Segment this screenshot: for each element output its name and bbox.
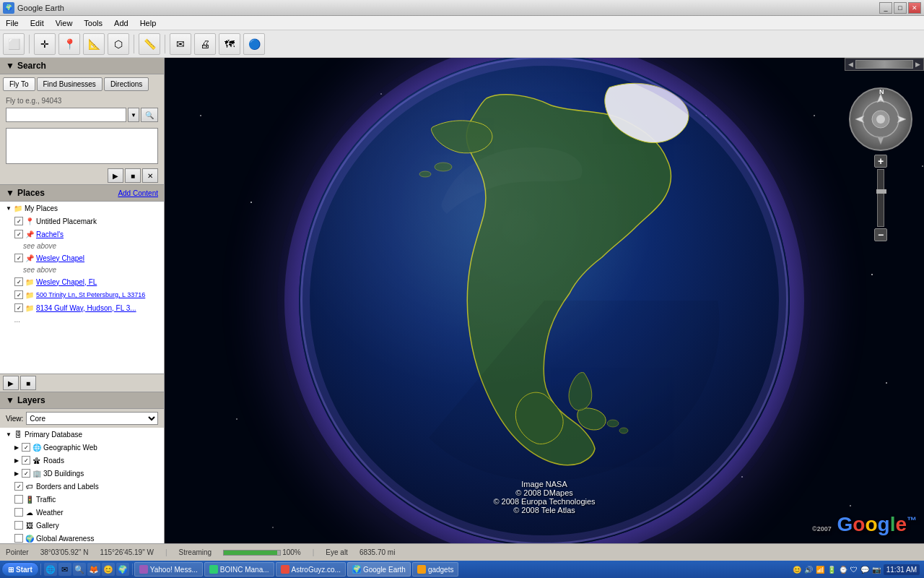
add-placemark-button[interactable]: ✛ — [34, 33, 56, 55]
tree-item-untitled[interactable]: 📍 Untitled Placemark — [0, 215, 164, 228]
stop-button[interactable]: ■ — [125, 168, 141, 183]
menu-tools[interactable]: Tools — [81, 17, 105, 29]
close-button[interactable]: ✕ — [908, 2, 921, 14]
tree-item-500-trinity[interactable]: 📁 500 Trinity Ln, St Petersburg, L 33716 — [0, 288, 164, 301]
tree-item-see-above-1: see above — [0, 241, 164, 251]
zoom-track[interactable] — [877, 169, 884, 227]
checkbox-borders[interactable] — [14, 482, 23, 491]
layers-header[interactable]: ▼ Layers — [0, 392, 164, 409]
menu-add[interactable]: Add — [111, 17, 131, 29]
tree-item-primary-db[interactable]: ▼ 🗄 Primary Database — [0, 428, 164, 441]
search-header[interactable]: ▼ Search — [0, 58, 164, 74]
quick-net-icon[interactable]: 🌍 — [116, 563, 129, 576]
checkbox-global[interactable] — [14, 534, 23, 543]
tree-item-geo-web[interactable]: ▶ 🌐 Geographic Web — [0, 441, 164, 454]
quick-email-icon[interactable]: ✉ — [58, 563, 71, 576]
tab-directions[interactable]: Directions — [104, 77, 149, 91]
tree-item-8134-gulf[interactable]: 📁 8134 Gulf Way, Hudson, FL 3... — [0, 301, 164, 314]
tree-item-borders[interactable]: 🏷 Borders and Labels — [0, 480, 164, 493]
quick-ie-icon[interactable]: 🌐 — [44, 563, 57, 576]
checkbox-geo-web[interactable] — [22, 443, 30, 452]
checkbox-gallery[interactable] — [14, 521, 23, 530]
zoom-in-button[interactable]: + — [874, 155, 887, 168]
checkbox-gulf[interactable] — [14, 303, 23, 312]
tree-label-trinity[interactable]: 500 Trinity Ln, St Petersburg, L 33716 — [36, 291, 145, 298]
checkbox-untitled[interactable] — [14, 217, 23, 225]
menu-help[interactable]: Help — [137, 17, 160, 29]
checkbox-weather[interactable] — [14, 508, 23, 517]
checkbox-wesley-fl[interactable] — [14, 277, 23, 286]
checkbox-roads[interactable] — [22, 456, 30, 465]
network-button[interactable]: 🔵 — [243, 33, 265, 55]
gadgets-icon — [417, 565, 426, 574]
tree-label-global: Global Awareness — [36, 535, 94, 543]
places-play-button[interactable]: ▶ — [3, 376, 19, 390]
tab-find-businesses[interactable]: Find Businesses — [37, 77, 103, 91]
zoom-out-button[interactable]: − — [874, 228, 887, 241]
play-button[interactable]: ▶ — [108, 168, 123, 183]
tree-item-traffic[interactable]: 🚦 Traffic — [0, 493, 164, 506]
toolbar: ⬜ ✛ 📍 📐 ⬡ 📏 ✉ 🖨 🗺 🔵 — [0, 30, 924, 58]
checkbox-traffic[interactable] — [14, 495, 23, 504]
tree-item-rachels[interactable]: 📌 Rachel's — [0, 228, 164, 241]
start-label: Start — [16, 566, 32, 574]
map-button[interactable]: 🗺 — [219, 33, 240, 55]
placemark-icon: 📍 — [25, 216, 35, 226]
google-g2: g — [878, 513, 890, 535]
taskbar-item-yahoo[interactable]: Yahoo! Mess... — [134, 562, 203, 577]
checkbox-500-trinity[interactable] — [14, 290, 23, 299]
menu-file[interactable]: File — [3, 17, 22, 29]
print-button[interactable]: 🖨 — [194, 33, 216, 55]
search-dropdown-button[interactable]: ▼ — [128, 108, 139, 122]
checkbox-wesley[interactable] — [14, 254, 23, 262]
tree-item-wesley-fl[interactable]: 📁 Wesley Chapel, FL — [0, 275, 164, 288]
placemark-button[interactable]: 📍 — [58, 33, 80, 55]
tree-item-weather[interactable]: ☁ Weather — [0, 506, 164, 519]
menu-edit[interactable]: Edit — [27, 17, 47, 29]
menu-view[interactable]: View — [53, 17, 76, 29]
taskbar-item-boinc[interactable]: BOINC Mana... — [204, 562, 274, 577]
taskbar-item-gadgets[interactable]: gadgets — [412, 562, 459, 577]
taskbar-item-google-earth[interactable]: 🌍 Google Earth — [347, 562, 411, 577]
tree-item-gallery[interactable]: 🖼 Gallery — [0, 519, 164, 532]
tree-item-3d-buildings[interactable]: ▶ 🏢 3D Buildings — [0, 467, 164, 480]
svg-point-22 — [435, 163, 452, 171]
compass[interactable]: N — [848, 87, 913, 152]
checkbox-3d-buildings[interactable] — [22, 469, 30, 478]
tree-item-wesley[interactable]: 📌 Wesley Chapel — [0, 251, 164, 264]
path-button[interactable]: 📐 — [83, 33, 105, 55]
add-content-button[interactable]: Add Content — [118, 189, 158, 197]
start-button[interactable]: ⊞ Start — [1, 562, 39, 577]
tree-label-rachels[interactable]: Rachel's — [36, 230, 64, 238]
map-area[interactable]: Image NASA © 2008 DMapes © 2008 Europa T… — [165, 58, 924, 543]
pos-slider[interactable] — [855, 60, 913, 69]
tree-item-roads[interactable]: ▶ 🛣 Roads — [0, 454, 164, 467]
email-button[interactable]: ✉ — [170, 33, 191, 55]
close-search-button[interactable]: ✕ — [142, 168, 158, 183]
zoom-handle[interactable] — [876, 189, 886, 194]
quick-smiley-icon[interactable]: 😊 — [102, 563, 115, 576]
maximize-button[interactable]: □ — [894, 2, 907, 14]
tree-label-gulf[interactable]: 8134 Gulf Way, Hudson, FL 3... — [36, 304, 136, 312]
taskbar-item-astroguyz[interactable]: AstroGuyz.co... — [276, 562, 346, 577]
quick-fire-icon[interactable]: 🦊 — [87, 563, 100, 576]
layers-view-label: View: — [6, 415, 23, 423]
window-controls[interactable]: _ □ ✕ — [879, 2, 921, 14]
ruler-button[interactable]: 📏 — [139, 33, 160, 55]
tab-fly-to[interactable]: Fly To — [3, 77, 35, 91]
tree-label-wesley[interactable]: Wesley Chapel — [36, 254, 84, 262]
tree-label-wesley-fl[interactable]: Wesley Chapel, FL — [36, 278, 97, 286]
tree-item-my-places[interactable]: ▼ 📁 My Places — [0, 202, 164, 215]
search-go-button[interactable]: 🔍 — [141, 108, 158, 122]
minimize-button[interactable]: _ — [879, 2, 892, 14]
layers-view-select[interactable]: Core All Custom — [26, 412, 158, 425]
sidebar-toggle-button[interactable]: ⬜ — [3, 33, 25, 55]
checkbox-rachels[interactable] — [14, 230, 23, 238]
places-header[interactable]: ▼ Places Add Content — [0, 184, 164, 202]
tree-item-global[interactable]: 🌍 Global Awareness — [0, 532, 164, 543]
search-input[interactable] — [6, 108, 126, 122]
tray-icon-7: 💬 — [860, 566, 869, 574]
polygon-button[interactable]: ⬡ — [108, 33, 129, 55]
places-stop-button[interactable]: ■ — [20, 376, 36, 390]
quick-search-icon[interactable]: 🔍 — [73, 563, 86, 576]
